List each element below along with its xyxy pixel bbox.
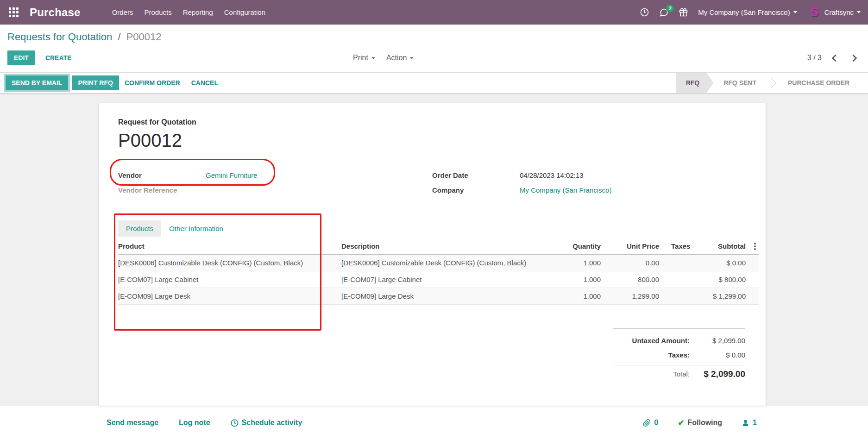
fields-grid: Vendor Gemini Furniture Vendor Reference…	[118, 168, 756, 197]
schedule-activity-button[interactable]: Schedule activity	[231, 419, 302, 427]
activities-clock-icon[interactable]	[640, 8, 649, 17]
confirm-order-button[interactable]: CONFIRM ORDER	[119, 75, 186, 90]
cell-product: [DESK0006] Customizable Desk (CONFIG) (C…	[118, 255, 341, 271]
cell-quantity: 1.000	[545, 255, 601, 271]
header-quantity[interactable]: Quantity	[545, 238, 601, 254]
taxes-row: Taxes: $ 0.00	[613, 348, 745, 362]
person-icon	[742, 419, 749, 427]
cell-subtotal: $ 1,299.00	[702, 288, 746, 304]
edit-button[interactable]: EDIT	[7, 50, 35, 65]
header-subtotal[interactable]: Subtotal	[702, 238, 746, 254]
totals-summary: Untaxed Amount: $ 2,099.00 Taxes: $ 0.00…	[613, 328, 745, 379]
apps-menu-button[interactable]	[6, 5, 21, 20]
following-button[interactable]: ✔ Following	[678, 418, 722, 428]
chevron-down-icon	[410, 57, 414, 59]
user-avatar: S	[807, 6, 821, 19]
cell-quantity: 1.000	[545, 271, 601, 288]
table-row[interactable]: [DESK0006] Customizable Desk (CONFIG) (C…	[118, 255, 759, 271]
vendor-value-link[interactable]: Gemini Furniture	[206, 171, 258, 179]
breadcrumb: Requests for Quotation / P00012	[7, 31, 861, 43]
followers-button[interactable]: 1	[742, 419, 757, 427]
table-body: [DESK0006] Customizable Desk (CONFIG) (C…	[118, 255, 759, 305]
breadcrumb-separator: /	[118, 31, 120, 43]
vendor-reference-field: Vendor Reference	[118, 182, 405, 197]
order-lines-table: Product Description Quantity Unit Price …	[118, 238, 759, 305]
status-step-rfq-sent[interactable]: RFQ SENT	[713, 73, 767, 93]
header-taxes[interactable]: Taxes	[659, 238, 702, 254]
status-pipeline: RFQ RFQ SENT PURCHASE ORDER	[676, 73, 868, 93]
company-switcher[interactable]: My Company (San Francisco)	[698, 8, 797, 16]
pager-next-button[interactable]	[849, 54, 858, 63]
order-date-value[interactable]: 04/28/2023 14:02:13	[520, 171, 584, 179]
pager-value: 3 / 3	[807, 54, 822, 62]
total-row: Total: $ 2,099.00	[613, 365, 745, 379]
chevron-down-icon	[371, 57, 375, 59]
table-row[interactable]: [E-COM07] Large Cabinet [E-COM07] Large …	[118, 271, 759, 288]
vendor-field: Vendor Gemini Furniture	[118, 168, 405, 182]
navbar-systray: 2 My Company (San Francisco) S Craftsync	[640, 6, 861, 19]
send-by-email-button[interactable]: SEND BY EMAIL	[6, 75, 68, 90]
log-note-button[interactable]: Log note	[179, 419, 210, 427]
breadcrumb-current: P00012	[126, 31, 162, 43]
untaxed-amount-row: Untaxed Amount: $ 2,099.00	[613, 333, 745, 348]
menu-orders[interactable]: Orders	[112, 8, 133, 16]
action-dropdown[interactable]: Action	[386, 54, 414, 62]
main-menu: Orders Products Reporting Configuration	[112, 8, 265, 16]
following-label: Following	[687, 419, 722, 427]
fields-right-column: Order Date 04/28/2023 14:02:13 Company M…	[432, 168, 719, 197]
header-product[interactable]: Product	[118, 238, 341, 254]
fields-left-column: Vendor Gemini Furniture Vendor Reference	[118, 168, 405, 197]
taxes-value: $ 0.00	[690, 351, 745, 359]
breadcrumb-parent-link[interactable]: Requests for Quotation	[7, 31, 112, 43]
vendor-label: Vendor	[118, 171, 206, 179]
print-rfq-button[interactable]: PRINT RFQ	[72, 75, 119, 90]
user-menu[interactable]: S Craftsync	[807, 6, 861, 19]
header-description[interactable]: Description	[341, 238, 545, 254]
tab-other-information[interactable]: Other Information	[161, 220, 231, 237]
chatter-status: 0 ✔ Following 1	[643, 418, 757, 428]
tab-products[interactable]: Products	[118, 220, 161, 237]
table-row[interactable]: [E-COM09] Large Desk [E-COM09] Large Des…	[118, 288, 759, 305]
action-dropdown-label: Action	[386, 54, 407, 62]
action-menus: Print Action	[353, 54, 414, 62]
form-view: Request for Quotation P00012 Vendor Gemi…	[0, 94, 868, 406]
cell-subtotal: $ 0.00	[702, 255, 746, 271]
messages-icon[interactable]: 2	[659, 8, 669, 17]
create-button[interactable]: CREATE	[39, 50, 78, 65]
chevron-down-icon	[793, 11, 797, 13]
cell-unit-price: 800.00	[601, 271, 659, 288]
print-dropdown-label: Print	[353, 54, 368, 62]
total-label: Total:	[673, 370, 690, 378]
chatter-actions: Send message Log note Schedule activity	[107, 419, 302, 427]
untaxed-amount-value: $ 2,099.00	[690, 337, 745, 345]
status-step-purchase-order[interactable]: PURCHASE ORDER	[778, 73, 860, 93]
chevron-right-icon	[850, 54, 857, 62]
schedule-activity-label: Schedule activity	[242, 419, 302, 427]
header-unit-price[interactable]: Unit Price	[601, 238, 659, 254]
menu-reporting[interactable]: Reporting	[183, 8, 213, 16]
control-panel-buttons: EDIT CREATE Print Action 3 / 3	[7, 50, 861, 72]
send-message-button[interactable]: Send message	[107, 419, 158, 427]
menu-configuration[interactable]: Configuration	[224, 8, 265, 16]
statusbar-buttons: SEND BY EMAIL PRINT RFQ CONFIRM ORDER CA…	[6, 75, 224, 90]
attachments-button[interactable]: 0	[643, 419, 658, 427]
order-date-field: Order Date 04/28/2023 14:02:13	[432, 168, 719, 182]
gift-icon[interactable]	[679, 8, 688, 17]
pager: 3 / 3	[807, 54, 861, 63]
total-value: $ 2,099.00	[690, 369, 745, 379]
app-name[interactable]: Purchase	[30, 6, 81, 19]
menu-products[interactable]: Products	[145, 8, 172, 16]
cancel-button[interactable]: CANCEL	[186, 75, 224, 90]
order-date-label: Order Date	[432, 171, 520, 179]
table-header-row: Product Description Quantity Unit Price …	[118, 238, 759, 255]
document-type-label: Request for Quotation	[118, 118, 756, 126]
company-field: Company My Company (San Francisco)	[432, 182, 719, 197]
cell-description: [E-COM07] Large Cabinet	[341, 271, 545, 288]
clock-icon	[231, 419, 239, 427]
pager-previous-button[interactable]	[831, 54, 840, 63]
print-dropdown[interactable]: Print	[353, 54, 375, 62]
cell-subtotal: $ 800.00	[702, 271, 746, 288]
company-value-link[interactable]: My Company (San Francisco)	[520, 186, 611, 194]
column-options-button[interactable]	[746, 241, 759, 251]
status-step-rfq[interactable]: RFQ	[676, 73, 714, 93]
